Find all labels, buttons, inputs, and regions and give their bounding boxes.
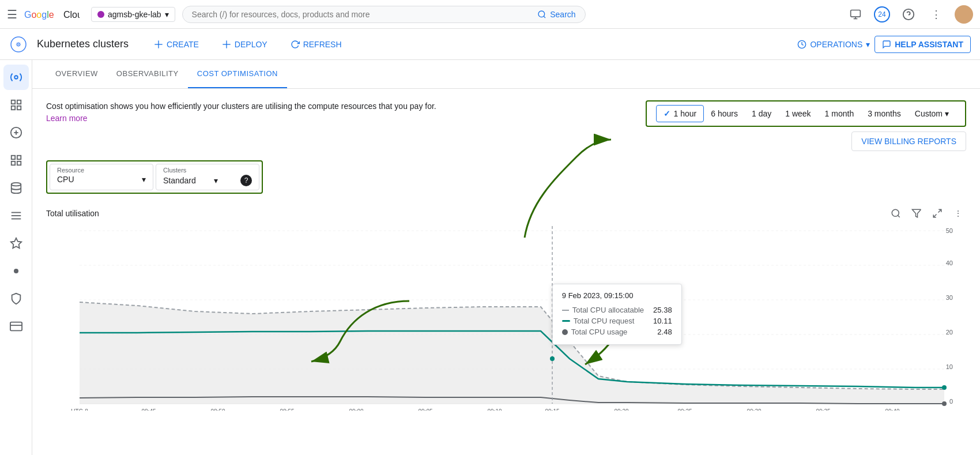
clusters-filter: Clusters Standard ▾ ? [156,164,259,190]
svg-rect-26 [11,161,14,165]
learn-more-link[interactable]: Learn more [46,114,88,123]
more-icon[interactable]: ⋮ [927,5,945,24]
svg-line-38 [938,209,941,212]
chart-search-icon[interactable] [888,205,904,221]
custom-dropdown-icon: ▾ [945,109,949,118]
resource-filter: Resource CPU ▾ [50,164,153,190]
resource-filter-select[interactable]: CPU ▾ [57,175,146,184]
svg-rect-4 [851,10,861,17]
svg-text:☸: ☸ [16,41,21,48]
time-option-custom[interactable]: Custom ▾ [908,106,956,122]
svg-text:50: 50 [946,227,953,234]
usage-dot [942,401,947,406]
svg-text:08:55: 08:55 [280,408,294,411]
svg-rect-25 [17,156,20,159]
svg-text:0: 0 [949,398,953,405]
create-button[interactable]: CREATE [147,35,206,54]
request-dot [550,356,555,361]
clusters-help-icon[interactable]: ? [240,175,252,186]
avatar[interactable] [955,5,973,24]
dot-icon [14,269,18,273]
sidebar-item-apps[interactable] [3,148,29,173]
svg-text:09:30: 09:30 [747,408,761,411]
time-option-3months[interactable]: 3 months [861,106,908,122]
svg-rect-24 [11,156,14,159]
project-selector[interactable]: agmsb-gke-lab ▾ [91,7,175,22]
description-text: Cost optimisation shows you how efficien… [46,100,450,125]
chart-more-icon[interactable]: ⋮ [950,205,966,221]
svg-text:09:00: 09:00 [349,408,363,411]
svg-text:09:25: 09:25 [677,408,692,411]
search-button[interactable]: Search [537,10,575,19]
dashboard-icon [10,71,22,84]
filters-wrapper: Resource CPU ▾ Clusters Standard ▾ ? [46,160,263,194]
view-billing-button[interactable]: VIEW BILLING REPORTS [851,131,966,151]
allocatable-legend-icon [562,310,569,311]
svg-rect-18 [17,100,20,104]
sidebar-item-kubernetes[interactable] [3,120,29,145]
time-option-6hours[interactable]: 6 hours [704,106,745,122]
sidebar-item-billing[interactable] [3,314,29,339]
tooltip-value-allocatable: 25.38 [653,306,672,314]
chart-title: Total utilisation [46,209,99,218]
time-option-1hour[interactable]: ✓ 1 hour [656,105,704,122]
time-option-1week[interactable]: 1 week [778,106,817,122]
search-icon [537,10,546,19]
search-input[interactable] [192,10,538,19]
chart-filter-icon[interactable] [909,205,925,221]
security-icon [10,292,22,305]
svg-rect-17 [11,100,14,104]
logs-icon [10,209,22,222]
svg-text:40: 40 [946,260,953,266]
billing-icon [10,320,22,333]
refresh-icon [291,40,300,49]
tooltip-value-usage: 2.48 [657,328,672,336]
checkmark-icon: ✓ [664,109,670,118]
deploy-button[interactable]: DEPLOY [215,35,274,54]
help-assistant-icon [882,40,891,49]
tooltip-label-request: Total CPU request [562,317,635,325]
tooltip-row-allocatable: Total CPU allocatable 25.38 [562,304,672,315]
help-icon[interactable] [899,5,918,24]
svg-point-33 [14,269,18,273]
kubernetes-icon: ☸ [9,35,28,54]
tooltip-label-usage: Total CPU usage [562,328,628,336]
svg-text:08:45: 08:45 [141,408,156,411]
sidebar-item-monitoring[interactable] [3,92,29,118]
svg-marker-32 [10,238,21,248]
monitoring-icon [10,99,22,111]
tab-cost-optimisation[interactable]: COST OPTIMISATION [188,60,287,88]
time-options-bar: ✓ 1 hour 6 hours 1 day 1 week [646,100,966,127]
tab-observability[interactable]: OBSERVABILITY [107,60,188,88]
allocatable-area [80,302,944,404]
sidebar-item-security[interactable] [3,286,29,311]
sidebar-item-sql[interactable] [3,175,29,201]
tabs-bar: OVERVIEW OBSERVABILITY COST OPTIMISATION [32,60,980,89]
notifications-badge[interactable]: 24 [874,6,890,22]
svg-text:09:10: 09:10 [487,408,502,411]
operations-button[interactable]: OPERATIONS ▾ [797,40,870,49]
svg-text:09:15: 09:15 [545,408,559,411]
time-option-1month[interactable]: 1 month [818,106,861,122]
clusters-filter-select[interactable]: Standard ▾ ? [163,175,252,186]
project-name: agmsb-gke-lab [108,10,161,19]
refresh-button[interactable]: REFRESH [284,35,349,54]
time-option-1day[interactable]: 1 day [745,106,778,122]
chart-fullscreen-icon[interactable] [929,205,945,221]
svg-rect-14 [223,44,230,44]
svg-line-37 [898,215,899,217]
sidebar-item-logs[interactable] [3,203,29,228]
tab-overview[interactable]: OVERVIEW [46,60,107,88]
menu-icon[interactable]: ☰ [7,7,17,21]
search-bar[interactable]: Search [182,6,586,23]
sidebar-item-dashboard[interactable] [3,65,29,90]
svg-line-3 [544,16,545,18]
sidebar-item-dot[interactable] [3,258,29,284]
help-assistant-button[interactable]: HELP ASSISTANT [875,36,971,53]
terminal-icon[interactable] [846,5,865,24]
sidebar-item-deploy[interactable] [3,231,29,256]
svg-rect-27 [17,161,20,165]
svg-text:09:05: 09:05 [418,408,432,411]
resource-filter-value: CPU [57,175,74,184]
operations-icon [797,40,806,49]
